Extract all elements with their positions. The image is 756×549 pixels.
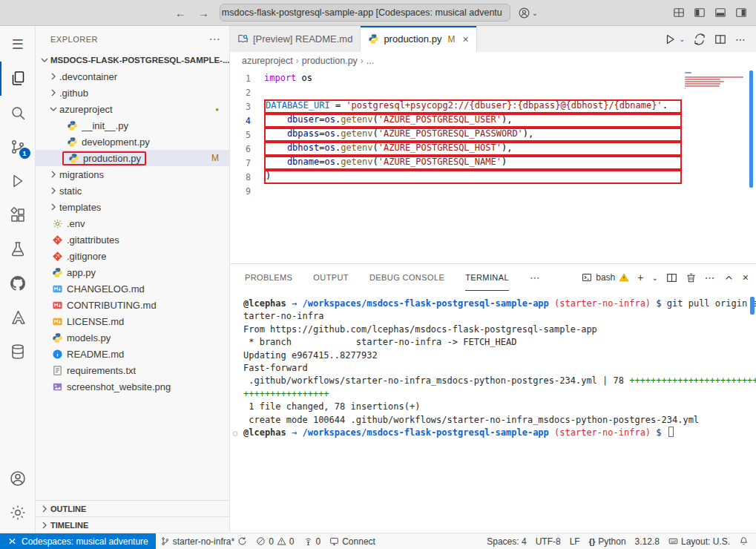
panel-tab-terminal[interactable]: TERMINAL [465,264,509,291]
code-line[interactable]: 6 dbhost=os.getenv('AZURE_POSTGRESQL_HOS… [230,142,756,156]
code-line[interactable]: 5 dbpass=os.getenv('AZURE_POSTGRESQL_PAS… [230,128,756,142]
activity-item-testing[interactable] [0,232,36,266]
indentation-indicator[interactable]: Spaces: 4 [482,533,530,549]
tree-item-models-py[interactable]: models.py [36,329,229,346]
panel-tab-problems[interactable]: PROBLEMS [245,264,292,291]
activity-item-run-debug[interactable] [0,164,36,198]
tree-item-license-md[interactable]: LICENSE.md [36,313,229,329]
notifications-bell[interactable] [734,533,753,549]
split-terminal-icon[interactable] [666,272,677,283]
tree-item-label: models.py [67,332,111,343]
new-terminal-button[interactable]: + [637,272,643,283]
tree-item-init-py[interactable]: __init__.py [36,117,229,134]
panel-tabs-more-icon[interactable]: ⋯ [530,272,540,283]
tree-item-static[interactable]: static [36,183,229,199]
toggle-primary-sidebar-icon[interactable] [694,7,706,19]
split-editor-icon[interactable] [714,33,726,45]
profile-menu[interactable]: ⌄ [518,7,538,19]
activity-item-search[interactable] [0,96,36,130]
activity-item-extensions[interactable] [0,198,36,232]
tree-item-devcontainer[interactable]: .devcontainer [36,68,229,85]
code-line[interactable]: 2 [230,85,756,99]
forward-icon[interactable]: → [198,7,209,19]
tree-item-migrations[interactable]: migrations [36,166,229,183]
open-changes-icon[interactable] [694,33,706,45]
minimap-line [685,85,720,87]
tree-item-requirements-txt[interactable]: requirements.txt [36,362,229,378]
activity-item-github[interactable] [0,266,36,300]
ports-count: 0 [316,536,321,547]
maximize-panel-chevron-up-icon[interactable] [723,272,734,283]
run-python-file-icon[interactable] [664,33,676,45]
chevron-right-icon [47,70,59,82]
activity-item-azure[interactable] [0,300,36,335]
python-version-indicator[interactable]: 3.12.8 [631,533,664,549]
breadcrumb-item[interactable]: ... [367,56,374,66]
code-line[interactable]: 7 dbname=os.getenv('AZURE_POSTGRESQL_NAM… [230,156,756,170]
customize-layout-icon[interactable] [673,7,685,19]
breadcrumb-item[interactable]: azureproject [242,56,293,66]
tree-item-app-py[interactable]: app.py [36,264,229,280]
activity-item-settings[interactable] [0,496,36,530]
tree-item-azureproject[interactable]: azureproject● [36,101,229,117]
terminal-scrollbar[interactable] [750,297,755,315]
tree-item-contributing-md[interactable]: CONTRIBUTING.md [36,297,229,313]
tree-item-env[interactable]: .env [36,215,229,231]
code-line[interactable]: 4 dbuser=os.getenv('AZURE_POSTGRESQL_USE… [230,114,756,128]
tree-root-folder[interactable]: MSDOCS-FLASK-POSTGRESQL-SAMPLE-... [36,52,229,68]
remote-indicator[interactable]: Codespaces: musical adventure [0,533,156,549]
window-title: msdocs-flask-postgresql-sample-app [Code… [222,7,502,18]
activity-item-menu[interactable]: ☰ [0,27,36,62]
problems-indicator[interactable]: 0 0 [252,533,298,549]
tree-item-readme-md[interactable]: README.md [36,346,229,362]
tree-item-github[interactable]: .github [36,85,229,101]
code-line[interactable]: 3DATABASE_URI = 'postgresql+psycopg2://{… [230,99,756,114]
encoding-indicator[interactable]: UTF-8 [531,533,565,549]
activity-item-account[interactable] [0,461,36,496]
breadcrumb-item[interactable]: production.py [302,56,358,66]
run-dropdown-chevron-icon[interactable]: ⌄ [679,36,685,43]
tree-item-screenshot-website-png[interactable]: screenshot_website.png [36,378,229,395]
code-line[interactable]: 9 [230,184,756,198]
tree-item-gitattributes[interactable]: .gitattributes [36,231,229,248]
tab-close-icon[interactable]: × [462,33,468,45]
sidebar-more-icon[interactable]: ⋯ [209,33,221,46]
activity-item-remote-explorer[interactable] [0,335,36,369]
language-indicator[interactable]: {} Python [585,533,631,549]
tree-item-label: requirements.txt [67,365,136,376]
more-actions-icon[interactable]: ⋯ [735,33,746,45]
terminal-profile-chevron-icon[interactable]: ⌄ [651,274,657,282]
command-center-search[interactable]: msdocs-flask-postgresql-sample-app [Code… [220,4,510,22]
panel-tab-output[interactable]: OUTPUT [313,264,349,291]
code-line[interactable]: 8) [230,170,756,184]
panel-tab-debug-console[interactable]: DEBUG CONSOLE [369,264,444,291]
terminal-shell-selector[interactable]: bash [582,272,629,283]
keyboard-layout-indicator[interactable]: Layout: U.S. [664,533,734,549]
tree-item-changelog-md[interactable]: CHANGELOG.md [36,280,229,297]
activity-item-source-control[interactable]: 1 [0,130,36,164]
minimap[interactable] [685,72,746,92]
tree-item-gitignore[interactable]: .gitignore [36,248,229,264]
editor-tab-production-py[interactable]: production.pyM× [361,26,476,52]
toggle-secondary-sidebar-icon[interactable] [735,7,747,19]
close-panel-icon[interactable]: × [743,272,749,283]
layout-controls [538,7,756,19]
timeline-section[interactable]: TIMELINE [36,516,229,533]
kill-terminal-trash-icon[interactable] [686,272,697,283]
code-editor[interactable]: 1import os23DATABASE_URI = 'postgresql+p… [230,70,756,263]
tree-item-development-py[interactable]: development.py [36,134,229,150]
eol-indicator[interactable]: LF [565,533,585,549]
editor-tab-preview-readme-md[interactable]: [Preview] README.md [230,26,361,52]
connect-button[interactable]: Connect [325,533,380,549]
tree-item-templates[interactable]: templates [36,199,229,215]
terminal[interactable]: @lcephas → /workspaces/msdocs-flask-post… [230,291,756,533]
branch-indicator[interactable]: starter-no-infra* [156,533,252,549]
back-icon[interactable]: ← [175,7,186,19]
tree-item-production-py[interactable]: production.pyM [36,150,229,166]
outline-section[interactable]: OUTLINE [36,500,229,516]
terminal-more-actions-icon[interactable]: ⋯ [705,272,715,283]
toggle-panel-icon[interactable] [714,7,726,19]
code-line[interactable]: 1import os [230,71,756,85]
ports-indicator[interactable]: 0 [299,533,326,549]
activity-item-explorer[interactable] [0,62,36,96]
